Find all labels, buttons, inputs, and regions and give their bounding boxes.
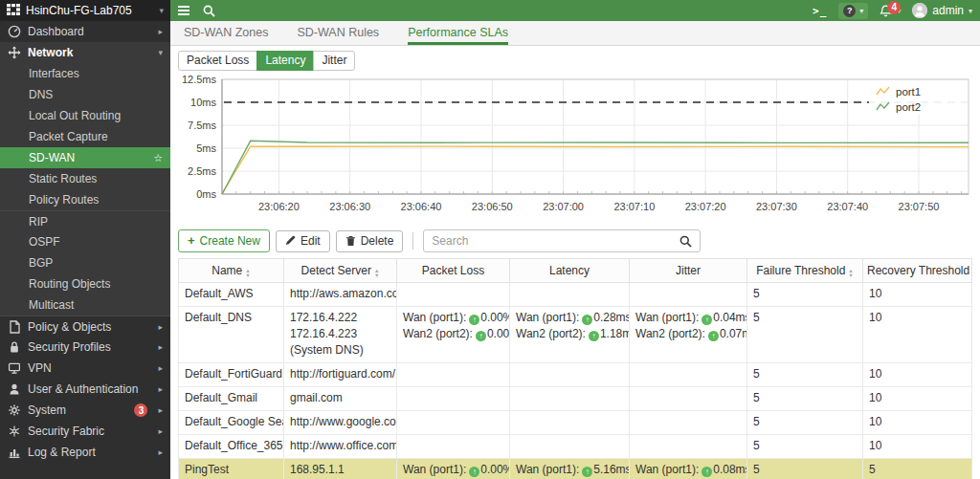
column-header-failure-threshold[interactable]: Failure Threshold▲▼ — [747, 259, 863, 283]
latency-cell: Wan (port1):↑5.16msWan2 (port2):↑5.55ms — [510, 459, 630, 479]
packet-loss-cell — [397, 283, 510, 307]
sidebar-item-label: Dashboard — [28, 25, 84, 38]
search-submit-button[interactable] — [671, 230, 700, 251]
table-row-default-aws[interactable]: Default_AWShttp://aws.amazon.com/510 — [179, 283, 972, 307]
column-header-label: Jitter — [676, 264, 701, 277]
hamburger-menu-icon[interactable] — [178, 6, 189, 15]
favorite-star-icon[interactable]: ☆ — [153, 152, 163, 164]
svg-text:0ms: 0ms — [196, 188, 216, 200]
column-header-recovery-threshold[interactable]: Recovery Threshold▲▼ — [863, 259, 972, 283]
delete-button[interactable]: Delete — [336, 230, 404, 252]
jitter-cell — [630, 283, 747, 307]
page-tabs: SD-WAN Zones SD-WAN Rules Performance SL… — [170, 21, 980, 46]
sidebar-item-policy-routes[interactable]: Policy Routes — [0, 189, 170, 210]
edit-button[interactable]: Edit — [276, 230, 330, 252]
sidebar-item-static-routes[interactable]: Static Routes — [0, 168, 170, 189]
latency-cell: Wan (port1):↑0.28msWan2 (port2):↑1.18ms — [510, 307, 630, 363]
name-cell: PingTest — [179, 459, 284, 479]
sidebar-item-packet-capture[interactable]: Packet Capture — [0, 126, 170, 147]
latency-cell — [510, 435, 630, 459]
table-row-default-dns[interactable]: Default_DNS172.16.4.222172.16.4.223(Syst… — [179, 307, 972, 363]
device-selector[interactable]: HsinChu-FG-Lab705 ▾ — [0, 0, 170, 21]
chevron-down-icon: ▾ — [159, 6, 164, 15]
up-arrow-circle-icon: ↑ — [476, 331, 486, 341]
tab-sdwan-rules[interactable]: SD-WAN Rules — [297, 21, 379, 45]
tab-performance-slas[interactable]: Performance SLAs — [408, 21, 508, 45]
table-row-pingtest[interactable]: PingTest168.95.1.18.8.8.8Wan (port1):↑0.… — [179, 459, 972, 479]
search-icon[interactable] — [203, 5, 215, 17]
trash-icon — [345, 235, 356, 247]
chevron-right-icon: ▸ — [158, 405, 163, 415]
help-menu-button[interactable]: ? ▾ — [838, 3, 868, 19]
table-row-default-gmail[interactable]: Default_Gmailgmail.com510 — [179, 387, 972, 411]
sidebar-item-dns[interactable]: DNS — [0, 84, 170, 105]
lock-icon — [8, 340, 21, 354]
svg-text:23:07:10: 23:07:10 — [613, 201, 655, 212]
chevron-down-icon: ▾ — [158, 48, 163, 57]
column-header-label: Latency — [549, 264, 590, 277]
sidebar-item-user-authentication[interactable]: User & Authentication▸ — [0, 379, 170, 400]
sidebar-item-security-fabric[interactable]: Security Fabric▸ — [0, 421, 170, 442]
sidebar-item-local-out-routing[interactable]: Local Out Routing — [0, 105, 170, 126]
recovery-threshold-cell: 10 — [863, 283, 972, 307]
sidebar-item-log-report[interactable]: Log & Report▸ — [0, 442, 170, 463]
recovery-threshold-cell: 5 — [863, 459, 972, 479]
column-header-label: Detect Server — [301, 264, 371, 277]
column-header-label: Name — [212, 264, 242, 277]
latency-cell — [510, 387, 630, 411]
cli-console-button[interactable]: >_ — [813, 5, 827, 17]
search-input[interactable] — [424, 234, 671, 248]
toolbar-divider — [412, 232, 413, 250]
column-header-name[interactable]: Name▲▼ — [179, 259, 284, 283]
column-header-label: Packet Loss — [422, 264, 484, 277]
failure-threshold-cell: 5 — [747, 435, 863, 459]
sidebar-item-multicast[interactable]: Multicast — [0, 294, 170, 316]
tab-sdwan-zones[interactable]: SD-WAN Zones — [184, 21, 268, 45]
sidebar-item-policy-objects[interactable]: Policy & Objects▸ — [0, 316, 170, 337]
sidebar-item-label: Security Profiles — [28, 340, 111, 354]
name-cell: Default_DNS — [179, 307, 284, 363]
toggle-packet-loss[interactable]: Packet Loss — [178, 51, 257, 71]
table-row-default-office-365[interactable]: Default_Office_365http://www.office.com/… — [179, 435, 972, 459]
column-header-detect-server[interactable]: Detect Server▲▼ — [284, 259, 397, 283]
sidebar-item-label: Interfaces — [29, 67, 79, 80]
packet-loss-cell — [397, 411, 510, 435]
svg-text:port2: port2 — [896, 101, 921, 113]
chevron-right-icon: ▸ — [158, 426, 163, 436]
sidebar-item-security-profiles[interactable]: Security Profiles▸ — [0, 337, 170, 358]
table-header-row: Name▲▼Detect Server▲▼Packet LossLatencyJ… — [179, 259, 972, 283]
search-box — [423, 229, 701, 252]
fortigate-logo-icon — [7, 4, 20, 18]
bell-icon: 4 — [880, 5, 892, 17]
detect-server-cell: http://aws.amazon.com/ — [284, 283, 397, 307]
table-row-default-fortiguard[interactable]: Default_FortiGuardhttp://fortiguard.com/… — [179, 363, 972, 387]
toggle-latency[interactable]: Latency — [256, 51, 314, 71]
failure-threshold-cell: 5 — [747, 459, 863, 479]
sidebar-item-routing-objects[interactable]: Routing Objects — [0, 273, 170, 294]
admin-menu-button[interactable]: admin ▾ — [912, 3, 972, 18]
sidebar-item-interfaces[interactable]: Interfaces — [0, 63, 170, 84]
create-new-button[interactable]: +Create New — [178, 229, 270, 252]
sidebar-item-dashboard[interactable]: Dashboard▸ — [0, 21, 170, 42]
failure-threshold-cell: 5 — [747, 283, 863, 307]
sidebar-item-label: Local Out Routing — [29, 109, 121, 122]
sidebar-item-ospf[interactable]: OSPF — [0, 231, 170, 252]
up-arrow-circle-icon: ↑ — [702, 467, 712, 477]
jitter-cell — [630, 435, 747, 459]
sidebar-item-vpn[interactable]: VPN▸ — [0, 358, 170, 379]
sidebar-item-system[interactable]: System3▸ — [0, 400, 170, 421]
top-bar-right: >_ ? ▾ 4 ▾ admin ▾ — [813, 3, 972, 19]
jitter-cell: Wan (port1):↑0.04msWan2 (port2):↑0.07ms — [630, 307, 747, 363]
table-row-default-google-search[interactable]: Default_Google Searchhttp://www.google.c… — [179, 411, 972, 435]
sidebar-item-network[interactable]: Network▾ — [0, 42, 170, 63]
toggle-jitter[interactable]: Jitter — [313, 51, 355, 71]
sidebar-item-label: System — [28, 403, 66, 417]
notifications-button[interactable]: 4 ▾ — [880, 5, 901, 17]
svg-text:23:07:50: 23:07:50 — [899, 201, 940, 212]
sidebar-item-rip[interactable]: RIP — [0, 210, 170, 231]
sidebar-item-bgp[interactable]: BGP — [0, 252, 170, 273]
sidebar-item-label: BGP — [29, 256, 53, 270]
sidebar-item-sd-wan[interactable]: SD-WAN☆ — [0, 147, 170, 168]
chevron-right-icon: ▸ — [158, 363, 163, 373]
sidebar: HsinChu-FG-Lab705 ▾ Dashboard▸Network▾In… — [0, 0, 170, 479]
